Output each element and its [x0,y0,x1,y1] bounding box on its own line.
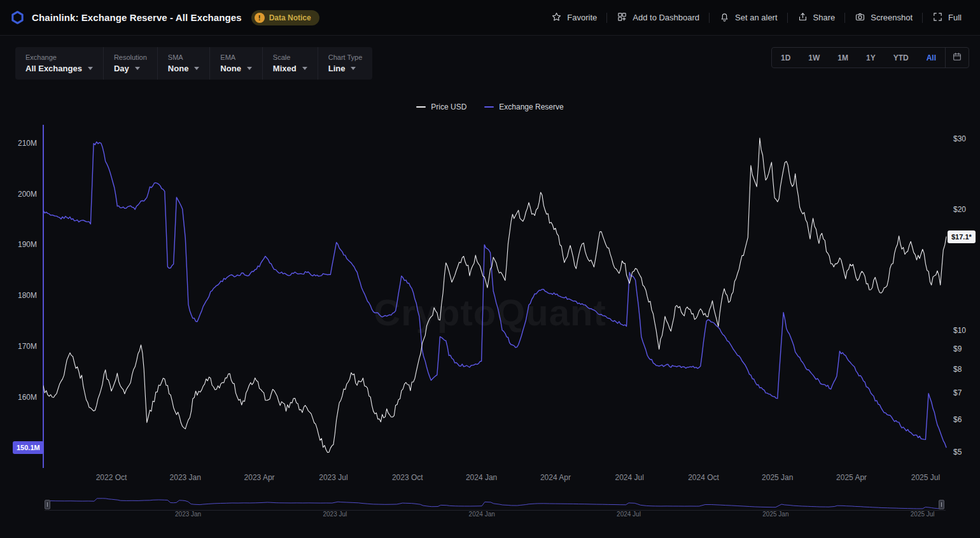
ema-label: EMA [220,53,252,61]
set-alert-label: Set an alert [735,13,778,22]
add-to-dashboard-button[interactable]: Add to Dashboard [608,8,708,28]
exchange-label: Exchange [25,53,93,61]
favorite-label: Favorite [567,13,597,22]
favorite-button[interactable]: Favorite [543,8,605,28]
left-axis-tick: 200M [18,190,37,199]
reserve-current-badge: 150.1M [13,441,44,454]
reserve-line-swatch [484,106,494,108]
navigator-tick: 2025 Jan [762,511,788,518]
x-axis-tick: 2025 Jul [911,473,940,482]
screenshot-label: Screenshot [871,13,913,22]
share-button[interactable]: Share [789,8,844,28]
chart-type-select[interactable]: Chart Type Line [318,47,373,80]
exchange-reserve-line [43,142,946,448]
legend-price-usd-label: Price USD [431,103,466,111]
top-header: Chainlink: Exchange Reserve - All Exchan… [0,0,980,36]
chevron-down-icon [88,67,93,70]
set-alert-button[interactable]: Set an alert [711,8,786,28]
header-left: Chainlink: Exchange Reserve - All Exchan… [10,10,319,25]
divider [922,13,923,23]
warning-icon: ! [255,13,265,23]
divider [709,13,710,23]
range-ytd-button[interactable]: YTD [885,48,918,67]
divider [787,13,788,23]
chart-legend: Price USD Exchange Reserve [0,103,980,111]
data-notice-label: Data Notice [269,13,311,22]
exchange-select[interactable]: Exchange All Exchanges [15,47,104,80]
range-all-button[interactable]: All [918,48,945,67]
cryptoquant-app: Chainlink: Exchange Reserve - All Exchan… [0,0,980,538]
sma-value: None [168,64,189,73]
header-actions: Favorite Add to Dashboard Set an alert S… [543,8,970,28]
exchange-value: All Exchanges [25,64,82,73]
legend-exchange-reserve[interactable]: Exchange Reserve [484,103,563,111]
x-axis-tick: 2023 Jan [170,473,201,482]
navigator-tick: 2024 Jan [469,511,495,518]
x-axis-tick: 2024 Jul [615,473,644,482]
range-1y-button[interactable]: 1Y [857,48,885,67]
chainlink-logo-icon [10,10,25,25]
chart-controls: Exchange All Exchanges Resolution Day SM… [15,47,372,80]
range-1d-button[interactable]: 1D [772,48,799,67]
x-axis-tick: 2024 Oct [688,473,719,482]
x-axis-tick: 2023 Apr [244,473,275,482]
share-label: Share [813,13,836,22]
left-axis-tick: 210M [18,139,37,148]
legend-price-usd[interactable]: Price USD [416,103,466,111]
chevron-down-icon [135,67,140,70]
right-axis-tick: $9 [953,344,962,353]
scale-select[interactable]: Scale Mixed [263,47,318,80]
chart-type-label: Chart Type [328,53,363,61]
resolution-select[interactable]: Resolution Day [104,47,158,80]
x-axis-tick: 2024 Apr [540,473,571,482]
x-axis-tick: 2023 Jul [319,473,347,482]
fullscreen-button[interactable]: Full [924,8,970,28]
dashboard-add-icon [617,11,627,24]
left-axis-tick: 180M [18,291,37,300]
x-axis-tick: 2025 Apr [836,473,867,482]
right-axis-tick: $7 [953,388,962,397]
data-notice-badge[interactable]: ! Data Notice [251,10,319,25]
divider [606,13,607,23]
resolution-value: Day [114,64,129,73]
share-icon [797,11,808,24]
scale-value: Mixed [273,64,297,73]
right-axis-tick: $10 [953,326,966,335]
sma-label: SMA [168,53,200,61]
range-1m-button[interactable]: 1M [829,48,857,67]
left-axis-tick: 170M [18,342,37,351]
chevron-down-icon [302,67,307,70]
navigator-left-handle[interactable] [45,500,50,509]
chevron-down-icon [247,67,252,70]
x-axis-tick: 2025 Jan [762,473,793,482]
page-title: Chainlink: Exchange Reserve - All Exchan… [32,12,242,23]
chevron-down-icon [194,67,199,70]
chevron-down-icon [351,67,356,70]
scale-label: Scale [273,53,307,61]
right-axis-tick: $5 [953,448,962,457]
navigator-tick: 2024 Jul [617,511,641,518]
navigator-right-handle[interactable] [939,500,944,509]
chart-canvas[interactable]: 210M200M190M180M170M160M$30$20$10$9$8$7$… [0,0,980,538]
right-axis-tick: $8 [953,365,962,374]
sma-select[interactable]: SMA None [158,47,211,80]
range-1w-button[interactable]: 1W [799,48,829,67]
add-to-dashboard-label: Add to Dashboard [633,13,699,22]
screenshot-button[interactable]: Screenshot [846,8,921,28]
ema-select[interactable]: EMA None [210,47,263,80]
fullscreen-icon [932,11,943,24]
chart-toolbar: Exchange All Exchanges Resolution Day SM… [15,47,969,80]
navigator-tick: 2025 Jul [911,511,935,518]
chart-type-value: Line [328,64,346,73]
navigator-track[interactable] [45,495,946,511]
bell-icon [719,11,730,24]
price-line-swatch [416,106,426,108]
right-axis-tick: $30 [953,134,966,143]
navigator-tick: 2023 Jan [175,511,201,518]
left-axis-tick: 160M [18,393,37,402]
star-icon [551,11,562,24]
right-axis-tick: $20 [953,205,966,214]
calendar-button[interactable] [945,48,969,67]
ema-value: None [220,64,241,73]
legend-exchange-reserve-label: Exchange Reserve [499,103,563,111]
